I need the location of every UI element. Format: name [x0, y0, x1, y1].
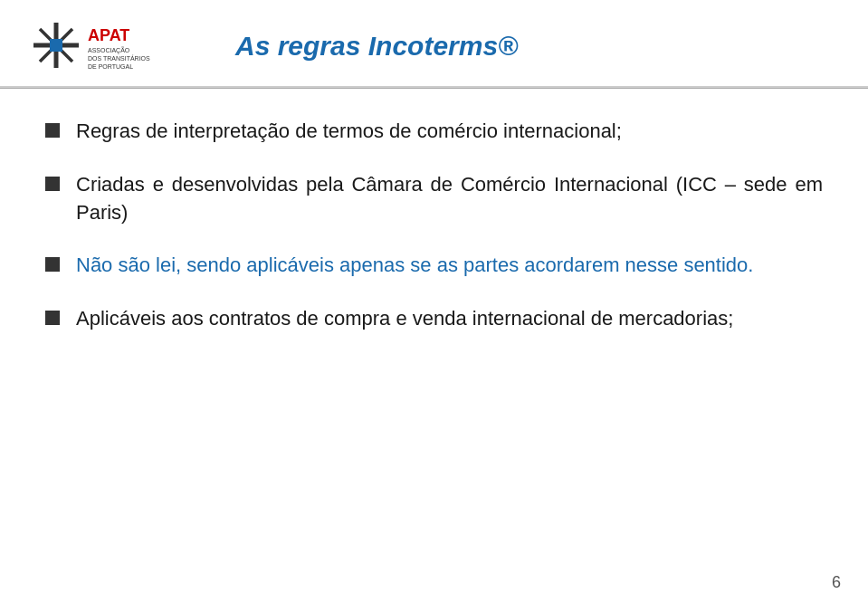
svg-text:DE PORTUGAL: DE PORTUGAL: [88, 63, 133, 70]
bullet-text-4: Aplicáveis aos contratos de compra e ven…: [76, 305, 823, 333]
bullet-icon: [45, 123, 60, 138]
header-divider: [0, 88, 868, 89]
logo-area: APAT ASSOCIAÇÃO DOS TRANSITÁRIOS DE PORT…: [27, 16, 217, 75]
apat-logo: APAT ASSOCIAÇÃO DOS TRANSITÁRIOS DE PORT…: [27, 16, 217, 75]
bullet-icon: [45, 257, 60, 272]
header: APAT ASSOCIAÇÃO DOS TRANSITÁRIOS DE PORT…: [0, 0, 868, 88]
main-content: Regras de interpretação de termos de com…: [0, 91, 868, 377]
bullet-text-1: Regras de interpretação de termos de com…: [76, 118, 823, 146]
svg-text:ASSOCIAÇÃO: ASSOCIAÇÃO: [88, 46, 130, 54]
svg-text:APAT: APAT: [88, 26, 129, 44]
bullet-text-3: Não são lei, sendo aplicáveis apenas se …: [76, 252, 823, 280]
bullet-text-2: Criadas e desenvolvidas pela Câmara de C…: [76, 171, 823, 227]
bullet-icon: [45, 311, 60, 325]
svg-rect-4: [50, 39, 62, 52]
bullet-icon: [45, 177, 60, 191]
list-item: Aplicáveis aos contratos de compra e ven…: [45, 305, 823, 333]
list-item: Regras de interpretação de termos de com…: [45, 118, 823, 146]
slide-container: APAT ASSOCIAÇÃO DOS TRANSITÁRIOS DE PORT…: [0, 0, 868, 603]
page-number: 6: [832, 573, 841, 592]
svg-text:DOS TRANSITÁRIOS: DOS TRANSITÁRIOS: [88, 54, 150, 62]
header-title: As regras Incoterms®: [235, 31, 518, 62]
list-item: Não são lei, sendo aplicáveis apenas se …: [45, 252, 823, 280]
list-item: Criadas e desenvolvidas pela Câmara de C…: [45, 171, 823, 227]
